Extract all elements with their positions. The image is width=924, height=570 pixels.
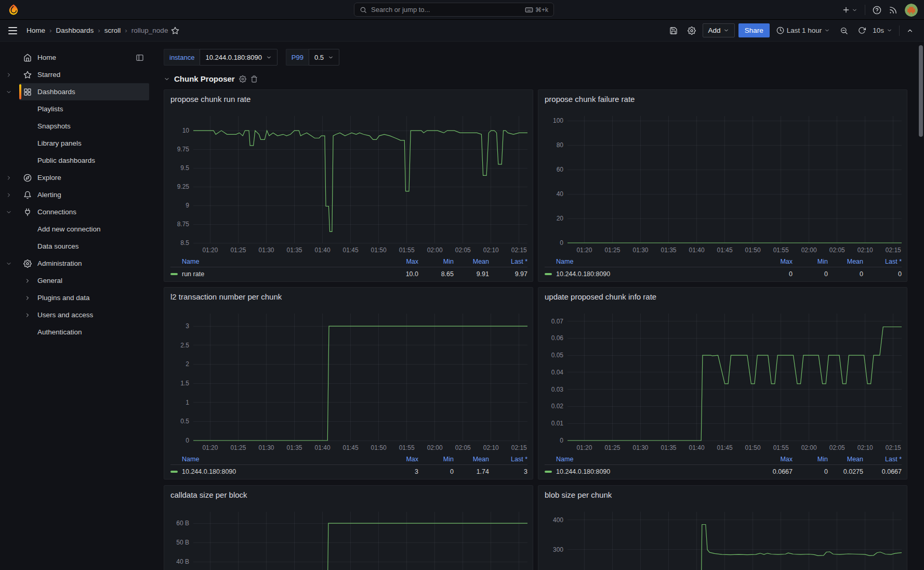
row-delete-icon[interactable] <box>250 75 258 83</box>
x-tick-label: 01:40 <box>315 247 331 254</box>
new-menu-button[interactable] <box>842 6 857 14</box>
sidebar-item-authentication[interactable]: Authentication <box>0 323 151 341</box>
sidebar-item-add-new-connection[interactable]: Add new connection <box>0 221 151 238</box>
legend-series-name[interactable]: 10.244.0.180:8090 <box>556 270 610 278</box>
breadcrumb: Home›Dashboards›scroll›rollup_node <box>27 27 168 34</box>
dashboard-settings-button[interactable] <box>684 24 699 37</box>
legend-header-min[interactable]: Min <box>418 456 454 463</box>
refresh-interval-picker[interactable]: 10s <box>869 24 895 37</box>
add-panel-button[interactable]: Add <box>703 23 735 37</box>
breadcrumb-item-dashboards[interactable]: Dashboards <box>56 27 94 34</box>
x-tick-label: 01:35 <box>661 444 677 451</box>
legend-series-name[interactable]: 10.244.0.180:8090 <box>556 468 610 475</box>
search-input[interactable]: Search or jump to... ⌘+k <box>354 3 554 17</box>
sidebar-item-administration[interactable]: Administration <box>0 255 151 272</box>
sidebar-item-starred[interactable]: Starred <box>0 66 151 83</box>
panel-title[interactable]: l2 transaction number per chunk <box>164 288 533 305</box>
kiosk-mode-button[interactable] <box>903 24 917 37</box>
breadcrumb-item-home[interactable]: Home <box>27 27 45 34</box>
sidebar-item-label: Connections <box>37 208 76 216</box>
breadcrumb-separator: › <box>98 27 100 34</box>
sidebar-item-users-and-access[interactable]: Users and access <box>0 306 151 323</box>
grafana-logo[interactable] <box>7 4 20 16</box>
variable-value-dropdown[interactable]: 10.244.0.180:8090 <box>200 49 277 66</box>
legend-header-min[interactable]: Min <box>793 258 828 265</box>
legend-value: 9.97 <box>489 270 527 278</box>
x-tick-label: 01:45 <box>717 444 733 451</box>
y-tick-label: 40 B <box>176 558 189 565</box>
dock-menu-button[interactable] <box>136 54 144 62</box>
plus-icon <box>842 6 850 14</box>
x-tick-label: 01:40 <box>315 444 331 451</box>
sidebar-item-snapshots[interactable]: Snapshots <box>0 118 151 135</box>
legend-header-last[interactable]: Last * <box>489 258 527 265</box>
legend-header-max[interactable]: Max <box>757 456 793 463</box>
legend-header-min[interactable]: Min <box>793 456 828 463</box>
legend-header-max[interactable]: Max <box>383 456 418 463</box>
refresh-button[interactable] <box>855 24 869 37</box>
legend-header-mean[interactable]: Mean <box>828 258 863 265</box>
legend-series-name[interactable]: run rate <box>182 270 204 278</box>
sidebar-item-connections[interactable]: Connections <box>0 203 151 221</box>
sidebar-item-plugins-and-data[interactable]: Plugins and data <box>0 289 151 306</box>
sidebar-item-label: Starred <box>37 71 60 79</box>
zoom-out-time-button[interactable] <box>837 24 851 37</box>
star-icon <box>171 27 179 35</box>
panel-title[interactable]: propose chunk failure rate <box>538 90 907 108</box>
legend-header-mean[interactable]: Mean <box>828 456 863 463</box>
variable-value-dropdown[interactable]: 0.5 <box>309 49 339 66</box>
panel-title[interactable]: blob size per chunk <box>538 486 907 503</box>
legend-header-mean[interactable]: Mean <box>454 258 489 265</box>
series-color-swatch <box>170 471 178 473</box>
legend-value: 0 <box>793 270 828 278</box>
legend-header-mean[interactable]: Mean <box>454 456 489 463</box>
legend-header-name[interactable]: Name <box>170 258 383 265</box>
legend-header-name[interactable]: Name <box>170 456 383 463</box>
sidebar-item-explore[interactable]: Explore <box>0 169 151 186</box>
share-button[interactable]: Share <box>738 23 770 37</box>
help-button[interactable] <box>873 6 881 15</box>
breadcrumb-item-scroll[interactable]: scroll <box>104 27 121 34</box>
legend-header-last[interactable]: Last * <box>863 258 902 265</box>
sidebar-item-library-panels[interactable]: Library panels <box>0 135 151 152</box>
sidebar-item-playlists[interactable]: Playlists <box>0 100 151 118</box>
chevron-down-icon <box>164 76 170 82</box>
sidebar-item-alerting[interactable]: Alerting <box>0 186 151 203</box>
y-tick-label: 2 <box>186 360 189 368</box>
save-dashboard-button[interactable] <box>666 24 681 37</box>
sidebar-item-public-dashboards[interactable]: Public dashboards <box>0 152 151 169</box>
legend-value: 0 <box>793 468 828 475</box>
panel-title[interactable]: update proposed chunk info rate <box>538 288 907 305</box>
chevron-right-icon <box>6 192 12 198</box>
y-tick-label: 0.04 <box>551 369 564 376</box>
dashboard-scrollbar[interactable] <box>919 45 923 137</box>
legend-header-max[interactable]: Max <box>383 258 418 265</box>
panel-title[interactable]: propose chunk run rate <box>164 90 533 108</box>
legend-header-min[interactable]: Min <box>418 258 454 265</box>
sidebar-item-data-sources[interactable]: Data sources <box>0 238 151 255</box>
row-chunk-proposer[interactable]: Chunk Proposer <box>164 74 258 83</box>
legend-series-name[interactable]: 10.244.0.180:8090 <box>182 468 236 475</box>
legend-header-last[interactable]: Last * <box>863 456 902 463</box>
news-button[interactable] <box>889 6 897 15</box>
panel-title[interactable]: calldata size per block <box>164 486 533 503</box>
favorite-dashboard-button[interactable] <box>171 27 179 35</box>
chevron-down-icon <box>852 7 857 13</box>
sidebar-item-home[interactable]: Home <box>0 49 151 66</box>
y-tick-label: 0 <box>560 437 563 444</box>
row-settings-icon[interactable] <box>239 75 246 83</box>
breadcrumb-item-rollup-node[interactable]: rollup_node <box>131 27 168 34</box>
sidebar-item-dashboards[interactable]: Dashboards <box>0 83 151 100</box>
y-tick-label: 1.5 <box>180 380 189 387</box>
chevron-down-icon <box>887 28 892 33</box>
legend-header-max[interactable]: Max <box>757 258 793 265</box>
sidebar-item-general[interactable]: General <box>0 272 151 289</box>
legend-header-last[interactable]: Last * <box>489 456 527 463</box>
legend-header-name[interactable]: Name <box>545 456 757 463</box>
mega-menu-toggle[interactable] <box>7 25 18 36</box>
panel-update-proposed-chunk-info-rate: update proposed chunk info rate00.010.02… <box>538 287 907 480</box>
gear-icon <box>23 260 32 268</box>
user-avatar[interactable] <box>905 4 918 17</box>
time-range-picker[interactable]: Last 1 hour <box>773 24 834 37</box>
legend-header-name[interactable]: Name <box>545 258 757 265</box>
